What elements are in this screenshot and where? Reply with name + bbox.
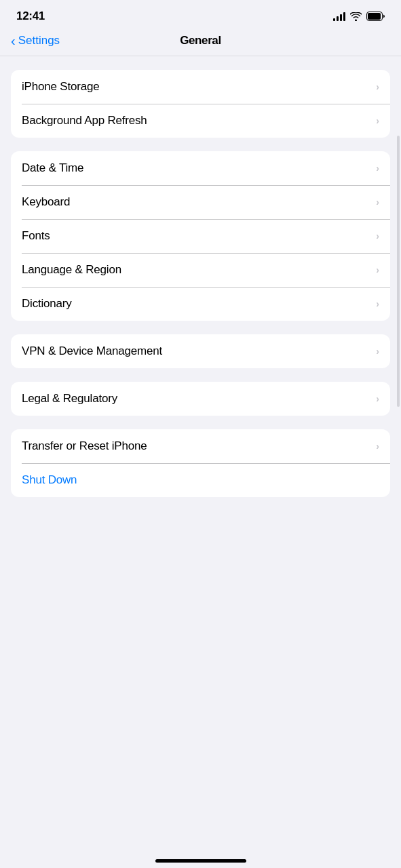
storage-group: iPhone Storage › Background App Refresh …: [11, 70, 390, 138]
shut-down-label: Shut Down: [22, 473, 77, 487]
transfer-group: Transfer or Reset iPhone › Shut Down: [11, 429, 390, 497]
chevron-right-icon: ›: [376, 393, 379, 404]
language-region-label: Language & Region: [22, 263, 121, 277]
transfer-reset-row[interactable]: Transfer or Reset iPhone ›: [11, 429, 390, 463]
legal-group: Legal & Regulatory ›: [11, 382, 390, 416]
nav-header: ‹ Settings General: [0, 28, 401, 56]
transfer-reset-label: Transfer or Reset iPhone: [22, 439, 147, 453]
back-chevron-icon: ‹: [11, 34, 16, 47]
header-separator: [0, 56, 401, 56]
date-time-row[interactable]: Date & Time ›: [11, 151, 390, 185]
status-bar: 12:41: [0, 0, 401, 28]
chevron-right-icon: ›: [376, 346, 379, 357]
svg-rect-1: [368, 13, 381, 20]
battery-icon: [366, 12, 385, 21]
back-button[interactable]: ‹ Settings: [11, 34, 60, 47]
home-indicator: [155, 859, 246, 863]
legal-regulatory-row[interactable]: Legal & Regulatory ›: [11, 382, 390, 416]
dictionary-row[interactable]: Dictionary ›: [11, 287, 390, 321]
fonts-row[interactable]: Fonts ›: [11, 219, 390, 253]
chevron-right-icon: ›: [376, 163, 379, 174]
chevron-right-icon: ›: [376, 81, 379, 92]
page-title: General: [180, 34, 221, 47]
date-time-label: Date & Time: [22, 161, 83, 175]
keyboard-label: Keyboard: [22, 195, 70, 209]
back-label: Settings: [18, 34, 60, 47]
keyboard-row[interactable]: Keyboard ›: [11, 185, 390, 219]
vpn-group: VPN & Device Management ›: [11, 334, 390, 368]
shut-down-row[interactable]: Shut Down: [11, 463, 390, 497]
chevron-right-icon: ›: [376, 197, 379, 208]
status-icons: [333, 12, 385, 21]
language-group: Date & Time › Keyboard › Fonts › Languag…: [11, 151, 390, 321]
iphone-storage-label: iPhone Storage: [22, 80, 99, 94]
iphone-storage-row[interactable]: iPhone Storage ›: [11, 70, 390, 104]
scrollbar[interactable]: [397, 136, 400, 407]
settings-content: iPhone Storage › Background App Refresh …: [0, 56, 401, 511]
background-app-refresh-label: Background App Refresh: [22, 114, 147, 127]
vpn-device-management-row[interactable]: VPN & Device Management ›: [11, 334, 390, 368]
chevron-right-icon: ›: [376, 298, 379, 309]
background-app-refresh-row[interactable]: Background App Refresh ›: [11, 104, 390, 138]
chevron-right-icon: ›: [376, 231, 379, 241]
language-region-row[interactable]: Language & Region ›: [11, 253, 390, 287]
chevron-right-icon: ›: [376, 441, 379, 452]
wifi-icon: [350, 12, 362, 21]
vpn-device-management-label: VPN & Device Management: [22, 344, 162, 358]
chevron-right-icon: ›: [376, 264, 379, 275]
status-time: 12:41: [16, 9, 45, 23]
dictionary-label: Dictionary: [22, 297, 72, 311]
chevron-right-icon: ›: [376, 115, 379, 126]
signal-icon: [333, 12, 345, 21]
fonts-label: Fonts: [22, 229, 50, 243]
legal-regulatory-label: Legal & Regulatory: [22, 392, 117, 406]
